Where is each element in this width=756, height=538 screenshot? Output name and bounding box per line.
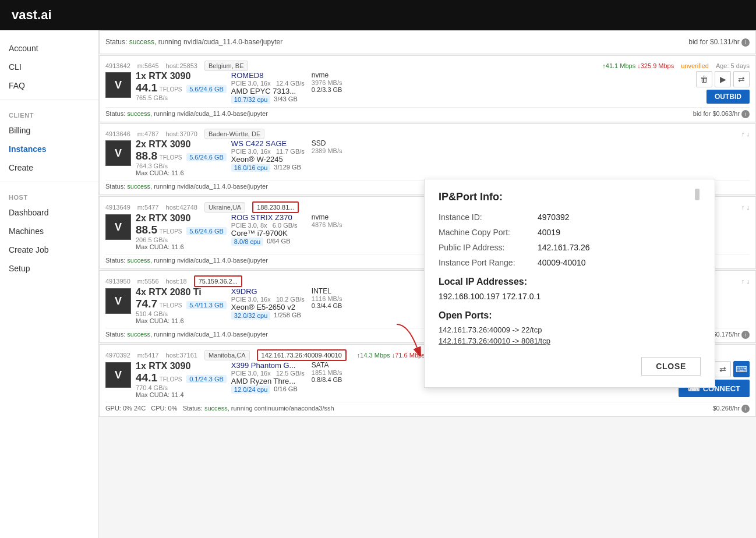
action-icons-1: 🗑 ▶ ⇄ — [696, 71, 750, 87]
ip-badge-3: 188.230.81... — [252, 201, 299, 213]
status-5: GPU: 0% 24C CPU: 0% Status: success, run… — [105, 402, 750, 412]
verified-badge-1: unverified — [681, 62, 709, 69]
host-id-1: host:25853 — [166, 62, 197, 69]
play-btn-1[interactable]: ▶ — [715, 71, 731, 87]
age-1: Age: 5 days — [716, 62, 750, 69]
sidebar-item-create-job[interactable]: Create Job — [0, 240, 98, 259]
popup-close-button[interactable]: CLOSE — [641, 357, 701, 376]
popup-instance-id-row: Instance ID: 4970392 — [439, 213, 701, 222]
main-content: Status: success, running nvidia/cuda_11.… — [99, 30, 756, 538]
gpu-count-name-1: 1x RTX 3090 — [136, 71, 227, 82]
gpu-tflops-row-1: 44.1 TFLOPS 5.6/24.6 GB — [136, 82, 227, 94]
card-row-2: V 2x RTX 3090 88.8 TFLOPS 5.6/24.6 GB 76… — [105, 139, 750, 176]
vast-logo-1: V — [105, 72, 131, 98]
sidebar: Account CLI FAQ CLIENT Billing Instances… — [0, 30, 99, 538]
sidebar-item-create[interactable]: Create — [0, 158, 98, 177]
ip-port-popup: IP&Port Info: Instance ID: 4970392 Machi… — [424, 179, 715, 388]
card-id-1: 4913642 — [105, 62, 130, 69]
status-1: Status: success, running nvidia/cuda_11.… — [105, 107, 750, 117]
sidebar-item-dashboard[interactable]: Dashboard — [0, 203, 98, 222]
bandwidth-1: 765.5 GB/s — [136, 94, 227, 101]
info-icon-4[interactable]: i — [741, 331, 750, 339]
sidebar-item-cli[interactable]: CLI — [0, 58, 98, 76]
instance-card-1: 4913642 m:5645 host:25853 Belgium, BE ↑4… — [99, 55, 756, 122]
popup-copy-port-label: Machine Copy Port: — [439, 228, 538, 237]
net-1: ↑41.1 Mbps ↓325.9 Mbps — [602, 62, 674, 69]
info-icon-top[interactable]: i — [741, 38, 750, 47]
popup-open-ports-title: Open Ports: — [439, 310, 701, 321]
popup-port-row-2: 142.161.73.26:40010 -> 8081/tcp — [439, 337, 701, 345]
sidebar-item-account[interactable]: Account — [0, 39, 98, 58]
popup-port-range-value: 40009-40010 — [538, 258, 586, 267]
app-title: vast.ai — [12, 8, 52, 23]
popup-public-ip-row: Public IP Address: 142.161.73.26 — [439, 243, 701, 252]
sidebar-divider-2 — [0, 182, 98, 182]
card-row-1: V 1x RTX 3090 44.1 TFLOPS 5.6/24.6 GB 76… — [105, 71, 750, 104]
popup-instance-id-label: Instance ID: — [439, 213, 538, 222]
info-icon-1[interactable]: i — [741, 110, 750, 118]
topbar: vast.ai — [0, 0, 756, 30]
gpu-info-1: 1x RTX 3090 44.1 TFLOPS 5.6/24.6 GB 765.… — [136, 71, 227, 101]
gpu-mem-1: 5.6/24.6 GB — [186, 85, 227, 93]
popup-title: IP&Port Info: — [439, 191, 503, 203]
top-bid-price: bid for $0.131/hr i — [688, 38, 750, 47]
action-col-1: 🗑 ▶ ⇄ OUTBID — [696, 71, 750, 104]
ip-badge-4: 75.159.36.2... — [194, 275, 242, 287]
specs-1: ROMED8 PCIE 3.0, 16x 12.4 GB/s AMD EPYC … — [231, 71, 307, 104]
host-section-label: HOST — [0, 187, 98, 203]
sidebar-item-setup[interactable]: Setup — [0, 259, 98, 278]
sidebar-item-billing[interactable]: Billing — [0, 121, 98, 140]
popup-port-range-label: Instance Port Range: — [439, 258, 538, 267]
ip-badge-5[interactable]: 142.161.73.26:40009-40010 — [257, 349, 347, 361]
sidebar-item-faq[interactable]: FAQ — [0, 76, 98, 95]
popup-public-ip-value: 142.161.73.26 — [538, 243, 590, 252]
popup-copy-port-row: Machine Copy Port: 40019 — [439, 228, 701, 237]
top-status-text: Status: success, running nvidia/cuda_11.… — [105, 38, 282, 47]
popup-copy-port-value: 40019 — [538, 228, 560, 237]
terminal-btn-5[interactable]: ⌨ — [733, 361, 750, 377]
popup-local-ip-title: Local IP Addresses: — [439, 277, 701, 287]
info-icon-5[interactable]: i — [741, 405, 750, 413]
delete-btn-1[interactable]: 🗑 — [696, 71, 712, 87]
swap-btn-5[interactable]: ⇄ — [715, 361, 731, 377]
sidebar-item-machines[interactable]: Machines — [0, 222, 98, 240]
card-meta-2: 4913646 m:4787 host:37070 Baden-Württe, … — [105, 129, 750, 139]
client-section-label: CLIENT — [0, 105, 98, 121]
swap-btn-1[interactable]: ⇄ — [733, 71, 750, 87]
popup-port-range-row: Instance Port Range: 40009-40010 — [439, 258, 701, 267]
storage-1: nvme 3976 MB/s 0.2/3.3 GB — [312, 71, 344, 93]
popup-local-ips: 192.168.100.197 172.17.0.1 — [439, 292, 701, 301]
popup-public-ip-label: Public IP Address: — [439, 243, 538, 252]
outbid-btn-1[interactable]: OUTBID — [706, 90, 750, 104]
popup-instance-id-value: 4970392 — [538, 213, 570, 222]
sidebar-item-instances[interactable]: Instances — [0, 140, 98, 158]
m-id-1: m:5645 — [137, 62, 159, 69]
card-meta-1: 4913642 m:5645 host:25853 Belgium, BE ↑4… — [105, 61, 750, 71]
popup-port-row-1: 142.161.73.26:40009 -> 22/tcp — [439, 325, 701, 334]
sidebar-divider-1 — [0, 100, 98, 100]
instance-card-top: Status: success, running nvidia/cuda_11.… — [99, 30, 756, 54]
location-1: Belgium, BE — [204, 61, 248, 71]
scrollbar-thumb[interactable] — [695, 189, 700, 200]
